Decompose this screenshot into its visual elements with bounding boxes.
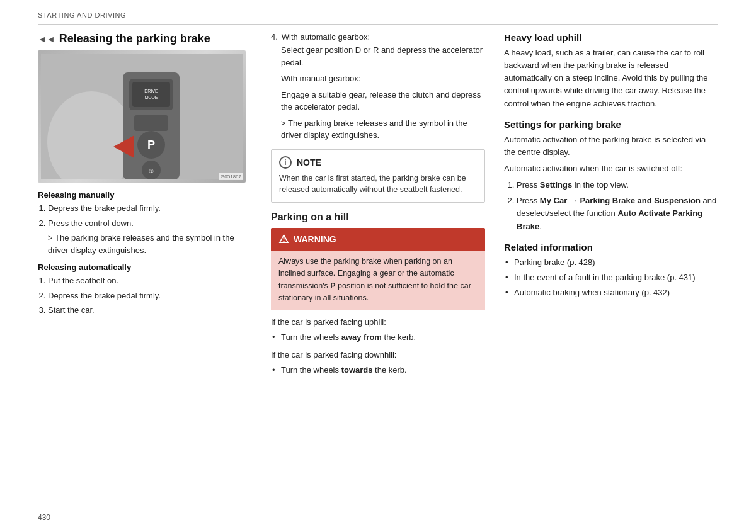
parking-brake-bold: Parking Brake and Suspension — [580, 196, 700, 205]
releasing-automatically-heading: Releasing automatically — [38, 263, 252, 272]
car-image-inner: DRIVE MODE P ① — [38, 50, 246, 183]
heavy-load-body: A heavy load, such as a trailer, can cau… — [504, 47, 718, 110]
releasing-manually-list: Depress the brake pedal firmly. Press th… — [38, 202, 252, 229]
middle-column: 4. With automatic gearbox: Select gear p… — [271, 32, 485, 382]
note-header: i NOTE — [279, 156, 477, 169]
svg-rect-4 — [132, 82, 170, 107]
svg-text:①: ① — [149, 168, 154, 174]
warning-header: ⚠ WARNING — [271, 228, 485, 251]
svg-text:P: P — [147, 139, 155, 151]
warning-p-bold: P — [330, 281, 335, 290]
settings-steps: Press Settings in the top view. Press My… — [504, 179, 718, 233]
step2-end: . — [539, 222, 542, 231]
top-divider — [38, 24, 718, 25]
content-area: ◄◄ Releasing the parking brake DRIVE — [0, 32, 756, 382]
note-box: i NOTE When the car is first started, th… — [271, 149, 485, 203]
page-footer: 430 — [38, 513, 50, 522]
step4-num: 4. — [271, 32, 278, 42]
step4-row: 4. With automatic gearbox: — [271, 32, 485, 42]
downhill-label: If the car is parked facing downhill: — [271, 349, 485, 361]
related-item-2: In the event of a fault in the parking b… — [504, 271, 718, 284]
step4-auto-body: Select gear position D or R and depress … — [271, 44, 485, 69]
manually-sub-1: The parking brake releases and the symbo… — [48, 232, 252, 256]
related-item-1: Parking brake (p. 428) — [504, 256, 718, 269]
away-from-bold: away from — [341, 332, 382, 342]
left-column: ◄◄ Releasing the parking brake DRIVE — [38, 32, 252, 382]
auto-step-3: Start the car. — [48, 304, 252, 317]
manual-gearbox-label: With manual gearbox: — [271, 72, 485, 85]
auto-step-2: Depress the brake pedal firmly. — [48, 290, 252, 302]
car-interior-svg: DRIVE MODE P ① — [41, 54, 243, 179]
svg-text:DRIVE: DRIVE — [144, 89, 158, 93]
right-column: Heavy load uphill A heavy load, such as … — [504, 32, 718, 382]
note-info-icon: i — [279, 156, 292, 169]
my-car-bold: My Car — [540, 196, 567, 205]
warning-box: ⚠ WARNING Always use the parking brake w… — [271, 228, 485, 310]
step4-intro: With automatic gearbox: — [282, 32, 370, 42]
section-title-row: ◄◄ Releasing the parking brake — [38, 32, 252, 45]
note-body: When the car is first started, the parki… — [279, 173, 477, 196]
heavy-load-heading: Heavy load uphill — [504, 32, 718, 43]
warning-title: WARNING — [294, 234, 336, 244]
car-brake-image: DRIVE MODE P ① G051867 — [38, 50, 246, 183]
manual-gearbox-body: Engage a suitable gear, release the clut… — [271, 89, 485, 113]
manually-step-1: Depress the brake pedal firmly. — [48, 202, 252, 215]
note-title: NOTE — [297, 157, 321, 167]
settings-step2: Press My Car → Parking Brake and Suspens… — [517, 195, 718, 232]
settings-body1: Automatic activation of the parking brak… — [504, 133, 718, 159]
releasing-manually-heading: Releasing manually — [38, 190, 252, 200]
svg-rect-7 — [134, 115, 168, 131]
releasing-automatically-list: Put the seatbelt on. Depress the brake p… — [38, 274, 252, 317]
settings-bold: Settings — [540, 180, 572, 190]
warning-body: Always use the parking brake when parkin… — [271, 251, 485, 310]
related-item-3: Automatic braking when stationary (p. 43… — [504, 286, 718, 299]
related-info-heading: Related information — [504, 242, 718, 252]
settings-heading: Settings for parking brake — [504, 119, 718, 130]
uphill-bullet: Turn the wheels away from the kerb. — [271, 331, 485, 344]
svg-text:MODE: MODE — [145, 95, 158, 99]
auto-step-1: Put the seatbelt on. — [48, 274, 252, 287]
section-title: Releasing the parking brake — [59, 32, 210, 45]
settings-step1: Press Settings in the top view. — [517, 179, 718, 191]
related-info-list: Parking brake (p. 428) In the event of a… — [504, 256, 718, 299]
uphill-label: If the car is parked facing uphill: — [271, 316, 485, 329]
warning-triangle-icon: ⚠ — [278, 232, 289, 246]
manually-step-2: Press the control down. — [48, 217, 252, 230]
uphill-section: If the car is parked facing uphill: Turn… — [271, 316, 485, 344]
gt-release-item: The parking brake releases and the symbo… — [271, 117, 485, 142]
downhill-section: If the car is parked facing downhill: Tu… — [271, 349, 485, 376]
downhill-bullet: Turn the wheels towards the kerb. — [271, 364, 485, 376]
parking-hill-heading: Parking on a hill — [271, 212, 485, 223]
page-header: STARTING AND DRIVING — [0, 0, 756, 24]
settings-body2: Automatic activation when the car is swi… — [504, 162, 718, 175]
image-tag: G051867 — [219, 173, 243, 180]
step2-arrow: → — [570, 196, 578, 205]
towards-bold: towards — [341, 365, 373, 375]
back-arrows-icon[interactable]: ◄◄ — [38, 34, 55, 44]
manually-sub-bullets: The parking brake releases and the symbo… — [38, 232, 252, 256]
